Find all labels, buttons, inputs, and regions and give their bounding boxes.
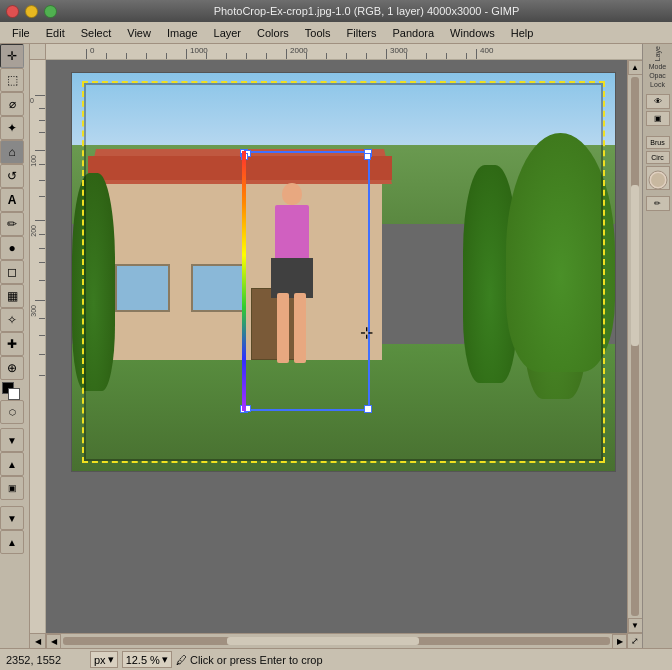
ruler-h-0: 0 [90,46,94,55]
fill-btn[interactable]: ▦ [0,284,24,308]
scroll-up-button[interactable]: ▲ [628,60,643,75]
ruler-h-400: 400 [480,46,493,55]
heal-btn[interactable]: ✚ [0,332,24,356]
scrollbar-corner[interactable]: ⤢ [627,633,642,648]
horizontal-ruler: 0 1000 2000 3000 400 [46,44,642,60]
canvas-row: 0 100 200 300 [30,60,642,633]
eye-toggle[interactable]: 👁 [646,94,670,109]
text-btn[interactable]: A [0,188,24,212]
pencil-btn[interactable]: ✏ [0,212,24,236]
status-message: 🖊 Click or press Enter to crop [176,654,666,666]
ruler-row: 0 1000 2000 3000 400 [30,44,642,60]
brush-btn[interactable]: ● [0,236,24,260]
scroll-left-button[interactable]: ◀ [46,634,61,649]
vertical-ruler: 0 100 200 300 [30,60,46,633]
menu-select[interactable]: Select [73,25,120,41]
image-content: ⊹ [71,72,616,472]
horizontal-scrollbar: ◀ ▶ [46,633,627,648]
menu-file[interactable]: File [4,25,38,41]
minimize-button[interactable] [25,5,38,18]
opac-label: Opac [646,72,670,79]
nav-arrows-down[interactable]: ▼ [0,428,24,452]
scroll-v-thumb[interactable] [631,185,639,347]
brush-preview[interactable] [646,166,670,190]
ruler-corner [30,44,46,60]
move-tool-btn[interactable]: ✛ [0,44,24,68]
clone-btn[interactable]: ✧ [0,308,24,332]
quick-mask-btn[interactable]: ⬡ [0,400,24,424]
ruler-v-200: 200 [30,225,37,237]
menu-help[interactable]: Help [503,25,542,41]
circle-label: Circ [646,151,670,164]
left-toolbar: ✛ ⬚ ⌀ ✦ ⌂ ↺ A ✏ ● ◻ ▦ ✧ ✚ ⊕ ⬡ ▼ ▲ ▣ ▼ ▲ [0,44,30,648]
menu-view[interactable]: View [119,25,159,41]
ruler-v-300: 300 [30,305,37,317]
maximize-button[interactable] [44,5,57,18]
mode-label: Mode [646,63,670,70]
status-bar: 2352, 1552 px ▾ 12.5 % ▾ 🖊 Click or pres… [0,648,672,670]
content-row: ✛ ⬚ ⌀ ✦ ⌂ ↺ A ✏ ● ◻ ▦ ✧ ✚ ⊕ ⬡ ▼ ▲ ▣ ▼ ▲ [0,44,672,648]
scroll-right-button[interactable]: ▶ [612,634,627,649]
menu-tools[interactable]: Tools [297,25,339,41]
layer-btn[interactable]: ▣ [0,476,24,500]
menu-layer[interactable]: Layer [206,25,250,41]
pencil-right-btn[interactable]: ✏ [646,196,670,211]
nav-arrows-up[interactable]: ▲ [0,452,24,476]
menu-image[interactable]: Image [159,25,206,41]
svg-point-1 [651,173,665,187]
vertical-scrollbar: ▲ ▼ [627,60,642,633]
nav-down2[interactable]: ▼ [0,506,24,530]
canvas-and-right: 0 1000 2000 3000 400 [30,44,642,648]
menu-bar: File Edit Select View Image Layer Colors… [0,22,672,44]
ruler-v-0: 0 [30,97,34,104]
lock-label: Lock [646,81,670,88]
ruler-v-100: 100 [30,155,37,167]
eraser-btn[interactable]: ◻ [0,260,24,284]
image-canvas-area[interactable]: ⊹ [46,60,627,633]
zoom-btn[interactable]: ⊕ [0,356,24,380]
cursor-coordinates: 2352, 1552 [6,654,86,666]
title-bar: PhotoCrop-Ex-crop1.jpg-1.0 (RGB, 1 layer… [0,0,672,22]
gimp-right-panel: Laye Mode Opac Lock 👁 ▣ Brus Circ ✏ [642,44,672,648]
menu-edit[interactable]: Edit [38,25,73,41]
brush-section-label: Brus [646,136,670,149]
unit-value: px [94,654,106,666]
scrollbar-h-filler: ◀ [30,633,46,648]
zoom-arrow: ▾ [162,653,168,666]
layers-label: Laye [654,46,661,61]
window-title: PhotoCrop-Ex-crop1.jpg-1.0 (RGB, 1 layer… [67,5,666,17]
scroll-down-button[interactable]: ▼ [628,618,643,633]
layer-thumbnail[interactable]: ▣ [646,111,670,126]
menu-pandora[interactable]: Pandora [384,25,442,41]
expand-icon[interactable]: ⤢ [631,636,639,646]
menu-colors[interactable]: Colors [249,25,297,41]
scroll-h-thumb[interactable] [227,637,418,645]
crop-btn[interactable]: ⌂ [0,140,24,164]
zoom-selector[interactable]: 12.5 % ▾ [122,651,172,668]
menu-windows[interactable]: Windows [442,25,503,41]
rotate-btn[interactable]: ↺ [0,164,24,188]
menu-filters[interactable]: Filters [339,25,385,41]
unit-arrow: ▾ [108,653,114,666]
nav-up2[interactable]: ▲ [0,530,24,554]
scrollbar-row: ◀ ◀ ▶ ⤢ [30,633,642,648]
fuzzy-select-btn[interactable]: ✦ [0,116,24,140]
rect-select-btn[interactable]: ⬚ [0,68,24,92]
scroll-v-track[interactable] [631,77,639,616]
zoom-value: 12.5 % [126,654,160,666]
app-window: PhotoCrop-Ex-crop1.jpg-1.0 (RGB, 1 layer… [0,0,672,670]
nav-tl-icon[interactable]: ◀ [35,637,41,646]
unit-selector[interactable]: px ▾ [90,651,118,668]
scroll-h-track[interactable] [63,637,610,645]
lasso-btn[interactable]: ⌀ [0,92,24,116]
close-button[interactable] [6,5,19,18]
fg-bg-colors[interactable] [0,380,24,400]
